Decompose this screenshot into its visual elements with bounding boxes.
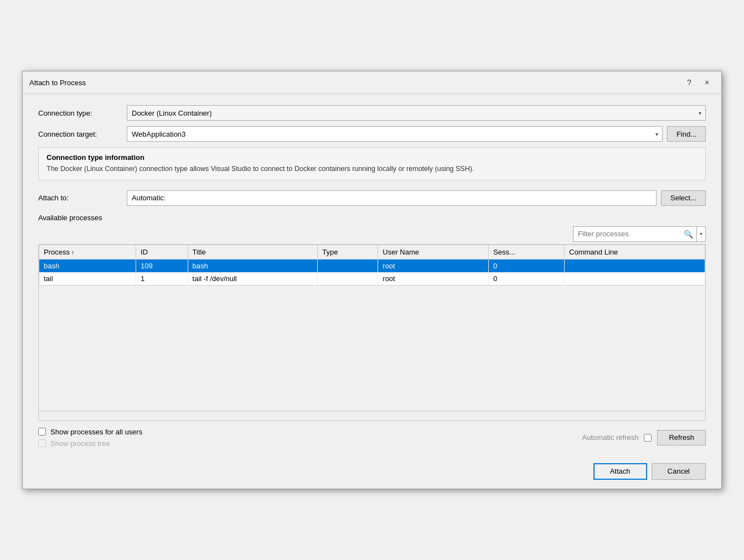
type-cell [318, 259, 378, 272]
commandline-cell [565, 272, 705, 286]
process-table: Process ID Title Type User Name Sess... … [39, 245, 705, 286]
filter-row: 🔍 ▾ [38, 226, 706, 242]
col-id[interactable]: ID [136, 245, 188, 259]
connection-target-control: ▾ Find... [127, 126, 706, 142]
connection-type-control: Docker (Linux Container) ▾ [127, 105, 706, 121]
search-icon: 🔍 [680, 230, 696, 238]
close-button[interactable]: × [699, 76, 715, 89]
refresh-button[interactable]: Refresh [657, 430, 706, 445]
process-table-header: Process ID Title Type User Name Sess... … [39, 245, 705, 259]
dialog-content: Connection type: Docker (Linux Container… [23, 94, 721, 457]
show-all-users-checkbox[interactable] [38, 428, 46, 435]
attach-to-row: Attach to: Select... [38, 190, 706, 206]
available-processes-label: Available processes [38, 214, 706, 222]
bottom-options: Show processes for all users Show proces… [38, 426, 706, 448]
title-cell: tail -f /dev/null [188, 272, 318, 286]
connection-info-box: Connection type information The Docker (… [38, 147, 706, 180]
info-box-title: Connection type information [46, 153, 698, 162]
col-username[interactable]: User Name [378, 245, 489, 259]
connection-target-input-wrapper: ▾ [127, 126, 663, 142]
show-all-users-label[interactable]: Show processes for all users [50, 428, 142, 436]
username-cell: root [378, 259, 489, 272]
process-table-scroll[interactable]: Process ID Title Type User Name Sess... … [39, 245, 705, 411]
attach-button[interactable]: Attach [593, 463, 647, 480]
help-button[interactable]: ? [681, 76, 697, 89]
table-row[interactable]: tail1tail -f /dev/nullroot0 [39, 272, 705, 286]
sess-cell: 0 [489, 272, 565, 286]
cancel-button[interactable]: Cancel [652, 463, 706, 480]
connection-target-label: Connection target: [38, 130, 127, 138]
id-cell: 1 [136, 272, 188, 286]
col-commandline[interactable]: Command Line [565, 245, 705, 259]
process-table-body: bash109bashroot0tail1tail -f /dev/nullro… [39, 259, 705, 285]
show-process-tree-checkbox[interactable] [38, 439, 46, 447]
sess-cell: 0 [489, 259, 565, 272]
select-button[interactable]: Select... [661, 190, 706, 206]
filter-dropdown-icon[interactable]: ▾ [696, 227, 705, 241]
connection-type-label: Connection type: [38, 109, 127, 117]
filter-wrap: 🔍 ▾ [573, 226, 706, 242]
title-bar: Attach to Process ? × [23, 71, 721, 94]
horizontal-scrollbar[interactable] [39, 411, 705, 421]
title-bar-buttons: ? × [681, 76, 715, 89]
attach-to-process-dialog: Attach to Process ? × Connection type: D… [22, 71, 722, 489]
bottom-left-options: Show processes for all users Show proces… [38, 428, 142, 448]
find-button[interactable]: Find... [667, 126, 706, 142]
connection-type-select[interactable]: Docker (Linux Container) [127, 105, 706, 121]
connection-target-input[interactable] [127, 126, 663, 142]
auto-refresh-checkbox[interactable] [644, 434, 652, 442]
filter-input[interactable] [574, 227, 680, 241]
col-title[interactable]: Title [188, 245, 318, 259]
attach-to-input[interactable] [127, 190, 657, 206]
attach-to-label: Attach to: [38, 194, 127, 202]
show-process-tree-row: Show process tree [38, 439, 142, 448]
dialog-footer: Attach Cancel [23, 457, 721, 489]
auto-refresh-label: Automatic refresh [582, 433, 639, 442]
info-box-text: The Docker (Linux Container) connection … [46, 164, 698, 174]
dialog-title: Attach to Process [29, 79, 86, 87]
connection-target-row: Connection target: ▾ Find... [38, 126, 706, 142]
col-process[interactable]: Process [39, 245, 136, 259]
bottom-right-options: Automatic refresh Refresh [582, 430, 706, 445]
header-row: Process ID Title Type User Name Sess... … [39, 245, 705, 259]
type-cell [318, 272, 378, 286]
table-row[interactable]: bash109bashroot0 [39, 259, 705, 272]
username-cell: root [378, 272, 489, 286]
title-cell: bash [188, 259, 318, 272]
id-cell: 109 [136, 259, 188, 272]
process-cell: tail [39, 272, 136, 286]
connection-type-row: Connection type: Docker (Linux Container… [38, 105, 706, 121]
connection-type-select-wrapper: Docker (Linux Container) ▾ [127, 105, 706, 121]
col-type[interactable]: Type [318, 245, 378, 259]
process-cell: bash [39, 259, 136, 272]
col-sess[interactable]: Sess... [489, 245, 565, 259]
show-process-tree-label: Show process tree [50, 439, 110, 448]
process-table-container: Process ID Title Type User Name Sess... … [38, 244, 706, 421]
show-all-users-row: Show processes for all users [38, 428, 142, 436]
commandline-cell [565, 259, 705, 272]
